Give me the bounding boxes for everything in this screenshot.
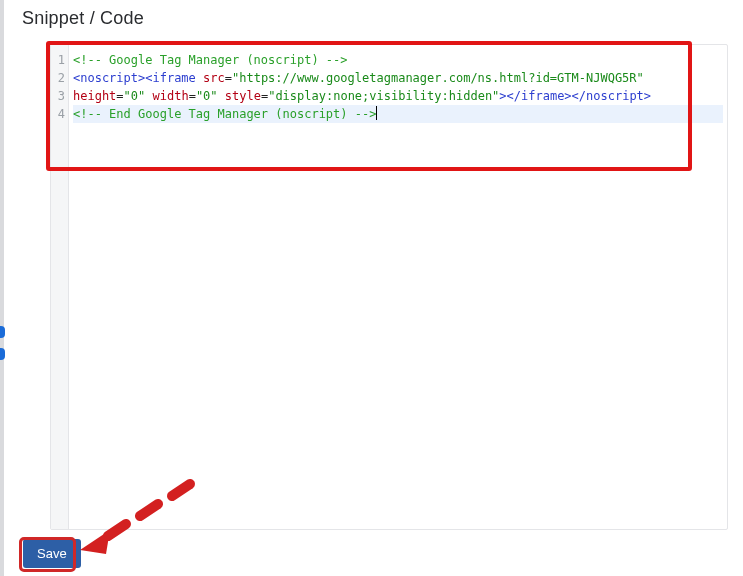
code-editor[interactable]: 1234 <!-- Google Tag Manager (noscript) … [50,44,728,530]
code-line[interactable]: height="0" width="0" style="display:none… [73,87,723,105]
code-content[interactable]: <!-- Google Tag Manager (noscript) --><n… [69,45,727,529]
section-title: Snippet / Code [20,0,743,39]
code-line[interactable]: <!-- End Google Tag Manager (noscript) -… [73,105,723,123]
line-number-gutter: 1234 [51,45,69,529]
line-number: 4 [51,105,68,123]
save-button[interactable]: Save [23,539,81,568]
left-rail [0,0,4,576]
line-number: 2 [51,69,68,87]
rail-marker [0,348,5,360]
code-line[interactable]: <noscript><iframe src="https://www.googl… [73,69,723,87]
line-number: 1 [51,51,68,69]
line-number: 3 [51,87,68,105]
rail-marker [0,326,5,338]
svg-marker-3 [80,530,110,554]
code-line[interactable]: <!-- Google Tag Manager (noscript) --> [73,51,723,69]
